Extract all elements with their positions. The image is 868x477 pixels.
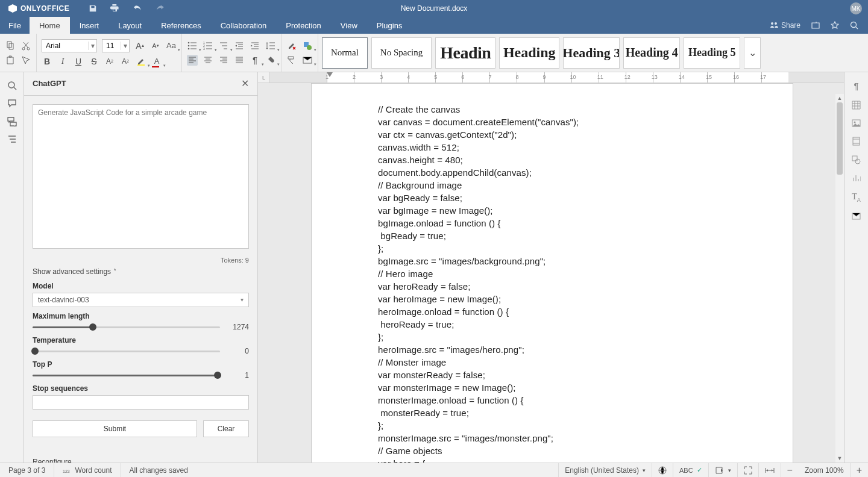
document-line[interactable]: monsterImage.onload = function () {: [378, 394, 793, 407]
scroll-up-icon[interactable]: ▲: [835, 94, 844, 102]
document-line[interactable]: };: [378, 242, 793, 255]
bullet-list-icon[interactable]: ▾: [187, 40, 198, 51]
increase-indent-icon[interactable]: [250, 40, 260, 51]
vertical-scrollbar[interactable]: ▲ ▼: [835, 94, 844, 463]
open-location-icon[interactable]: [811, 21, 820, 30]
reconfigure-link[interactable]: Reconfigure: [33, 458, 249, 463]
document-line[interactable]: var heroReady = false;: [378, 280, 793, 293]
style-heading-5[interactable]: Heading 5: [684, 37, 740, 69]
font-name-combo[interactable]: Arial▾: [42, 39, 97, 52]
font-size-combo[interactable]: 11▾: [102, 39, 130, 52]
tab-insert[interactable]: Insert: [70, 17, 109, 34]
document-line[interactable]: // Hero image: [378, 267, 793, 280]
zoom-level[interactable]: Zoom 100%: [799, 463, 850, 477]
align-justify-icon[interactable]: [234, 55, 245, 66]
topp-slider[interactable]: [33, 371, 220, 379]
shading-icon[interactable]: ▾: [265, 55, 276, 66]
copy-style-icon[interactable]: [286, 55, 297, 66]
line-spacing-icon[interactable]: ▾: [265, 40, 276, 51]
document-line[interactable]: bgImage.src = "images/background.png";: [378, 255, 793, 267]
bold-icon[interactable]: B: [42, 56, 52, 67]
paste-icon[interactable]: [5, 55, 16, 66]
italic-icon[interactable]: I: [57, 56, 68, 67]
document-line[interactable]: monsterImage.src = "images/monster.png";: [378, 432, 793, 444]
redo-icon[interactable]: [156, 4, 166, 13]
undo-icon[interactable]: [133, 4, 143, 13]
style-normal[interactable]: Normal: [322, 37, 368, 69]
horizontal-ruler[interactable]: 1234567891011121314151617: [270, 72, 844, 83]
search-icon[interactable]: [850, 21, 858, 30]
document-line[interactable]: var hero = {: [378, 457, 793, 463]
document-line[interactable]: var monsterImage = new Image();: [378, 381, 793, 394]
document-page[interactable]: // Create the canvasvar canvas = documen…: [311, 83, 793, 463]
style-heading-2[interactable]: Heading: [499, 37, 559, 69]
share-button[interactable]: Share: [770, 21, 800, 30]
document-line[interactable]: var bgReady = false;: [378, 192, 793, 204]
change-case-icon[interactable]: Aa▾: [166, 40, 177, 51]
document-line[interactable]: // Monster image: [378, 356, 793, 369]
tab-protection[interactable]: Protection: [276, 17, 331, 34]
text-art-icon[interactable]: TA: [852, 192, 861, 203]
tab-plugins[interactable]: Plugins: [367, 17, 412, 34]
insert-shape-icon[interactable]: ▾: [302, 40, 313, 51]
style-heading-3[interactable]: Heading 3: [563, 37, 620, 69]
tab-layout[interactable]: Layout: [108, 17, 151, 34]
temp-slider[interactable]: [33, 347, 220, 355]
submit-button[interactable]: Submit: [33, 420, 197, 437]
panel-close-icon[interactable]: ✕: [241, 78, 249, 89]
model-select[interactable]: text-davinci-003▾: [33, 293, 249, 307]
save-icon[interactable]: [89, 4, 97, 13]
align-center-icon[interactable]: [203, 55, 213, 66]
document-line[interactable]: // Background image: [378, 179, 793, 192]
clear-style-icon[interactable]: [286, 40, 297, 51]
decrease-font-icon[interactable]: A▾: [150, 40, 161, 51]
track-changes-icon[interactable]: ▾: [708, 463, 737, 477]
document-line[interactable]: heroImage.onload = function () {: [378, 305, 793, 318]
document-line[interactable]: bgImage.onload = function () {: [378, 217, 793, 229]
style-no-spacing[interactable]: No Spacing: [371, 37, 432, 69]
increase-font-icon[interactable]: A▴: [134, 40, 145, 51]
chart-settings-icon[interactable]: [852, 174, 861, 182]
advanced-settings-toggle[interactable]: Show advanced settings˄: [33, 267, 249, 276]
document-line[interactable]: heroReady = true;: [378, 318, 793, 331]
fit-width-icon[interactable]: [758, 463, 781, 477]
navigation-icon[interactable]: [7, 135, 17, 143]
comments-icon[interactable]: [7, 99, 17, 108]
language-selector[interactable]: English (United States)▾: [558, 463, 652, 477]
image-settings-icon[interactable]: [852, 119, 861, 127]
document-viewport[interactable]: // Create the canvasvar canvas = documen…: [258, 83, 844, 463]
document-line[interactable]: };: [378, 419, 793, 432]
maxlen-slider[interactable]: [33, 323, 220, 331]
document-line[interactable]: // Create the canvas: [378, 103, 793, 116]
mailings-icon[interactable]: ▾: [302, 55, 313, 66]
align-right-icon[interactable]: [218, 55, 229, 66]
fit-page-icon[interactable]: [737, 463, 758, 477]
favorite-icon[interactable]: [831, 21, 839, 30]
copy-icon[interactable]: [5, 40, 16, 51]
clear-button[interactable]: Clear: [203, 420, 249, 437]
document-line[interactable]: bgReady = true;: [378, 229, 793, 242]
spellcheck-icon[interactable]: ABC✓: [673, 463, 708, 477]
scroll-down-icon[interactable]: ▼: [835, 454, 844, 463]
document-line[interactable]: document.body.appendChild(canvas);: [378, 166, 793, 179]
document-line[interactable]: canvas.width = 512;: [378, 141, 793, 154]
document-line[interactable]: var ctx = canvas.getContext("2d");: [378, 128, 793, 141]
align-left-icon[interactable]: [187, 55, 198, 66]
document-line[interactable]: // Game objects: [378, 444, 793, 457]
mail-merge-icon[interactable]: [852, 213, 861, 220]
subscript-icon[interactable]: A2: [120, 56, 131, 67]
number-list-icon[interactable]: 123▾: [203, 40, 213, 51]
superscript-icon[interactable]: A2: [104, 56, 115, 67]
document-line[interactable]: var monsterReady = false;: [378, 369, 793, 381]
tab-references[interactable]: References: [151, 17, 210, 34]
style-more-icon[interactable]: ⌄: [744, 37, 761, 69]
tab-home[interactable]: Home: [30, 17, 70, 34]
select-icon[interactable]: [20, 55, 31, 66]
tab-view[interactable]: View: [331, 17, 367, 34]
tab-file[interactable]: File: [0, 17, 30, 34]
style-heading-1[interactable]: Headin: [435, 37, 495, 69]
chat-icon[interactable]: [7, 117, 17, 126]
document-line[interactable]: var bgImage = new Image();: [378, 204, 793, 217]
cut-icon[interactable]: [20, 40, 31, 51]
print-icon[interactable]: [110, 4, 120, 13]
